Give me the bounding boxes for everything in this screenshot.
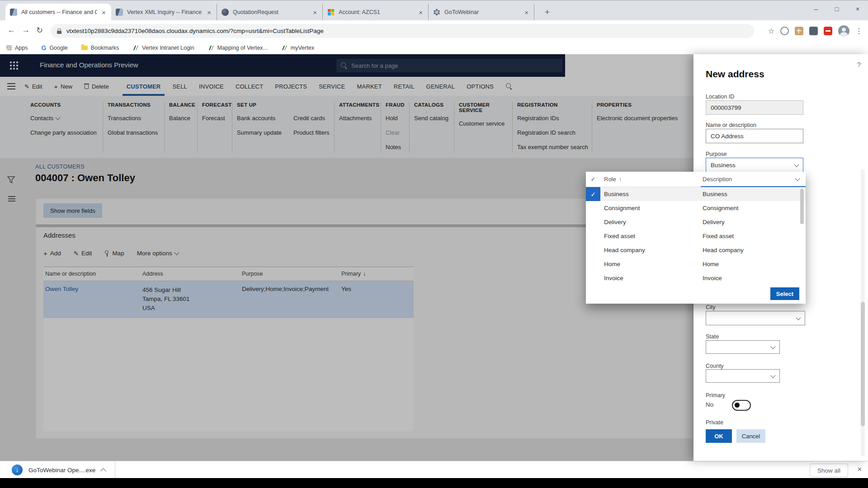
purpose-dropdown-flyout: ✓ Role ↑ Description ✓ Business Business… [586,172,806,304]
pdf-extension-icon[interactable] [824,27,832,35]
primary-label: Primary [706,392,725,399]
window-minimize-button[interactable]: – [806,0,826,18]
bookmark-folder[interactable]: Bookmarks [81,45,119,51]
unchecked-checkbox[interactable] [586,215,600,229]
vertex-icon [132,45,139,51]
unchecked-checkbox[interactable] [586,257,600,271]
location-id-label: Location ID [706,94,734,100]
url-text[interactable]: vtxtest10p2883c9dda23710e08daos.cloudax.… [66,28,324,34]
location-id-field: 000003799 [706,100,803,115]
role-column-header[interactable]: Role ↑ [600,176,701,183]
panel-scrollbar-thumb[interactable] [861,302,865,426]
new-tab-button[interactable]: + [545,7,550,17]
unchecked-checkbox[interactable] [586,243,600,257]
browser-tabstrip: All customers -- Finance and Ope × Verte… [0,0,868,21]
dropdown-option-business[interactable]: ✓ Business Business [586,187,806,201]
close-icon[interactable]: × [101,9,107,16]
dropdown-option-fixed-asset[interactable]: Fixed asset Fixed asset [586,229,806,243]
close-icon[interactable]: × [206,9,212,16]
unchecked-checkbox[interactable] [586,271,600,285]
vertex-icon [208,45,214,51]
unchecked-checkbox[interactable] [586,201,600,215]
extension-icon[interactable] [795,27,803,35]
ok-button[interactable]: OK [706,429,732,443]
forward-icon[interactable]: → [22,25,30,35]
microsoft-icon [327,9,335,16]
close-icon[interactable]: × [418,9,424,16]
download-bar: ↓ GoToWebinar Ope....exe Show all × [0,461,868,479]
chevron-down-icon [770,373,775,378]
dialog-title: New address [706,69,764,80]
checked-checkbox-icon[interactable]: ✓ [586,187,600,201]
extension-icon[interactable] [809,27,818,35]
close-icon[interactable]: × [524,9,529,16]
purpose-combo[interactable]: Business [706,158,803,172]
tab-title: Vertex XML Inquiry -- Finance an [127,9,202,15]
bookmark-star-icon[interactable]: ☆ [768,27,774,35]
taskbar-strip [0,478,868,488]
tab-title: All customers -- Finance and Ope [21,9,97,15]
select-button[interactable]: Select [770,287,799,300]
folder-icon [81,46,88,50]
download-filename: GoToWebinar Ope....exe [28,467,95,474]
city-combo[interactable] [706,311,805,325]
tab-quotation-request[interactable]: QuotationRequest × [217,4,323,21]
cancel-button[interactable]: Cancel [736,429,765,443]
tab-title: QuotationRequest [233,9,308,15]
bookmark-google[interactable]: G Google [42,44,68,52]
name-field[interactable]: CO Address [706,129,803,143]
sort-asc-icon: ↑ [619,176,622,183]
tab-title: GoToWebinar [444,9,519,15]
vertex-icon [281,45,288,51]
browser-navbar: ← → ↻ vtxtest10p2883c9dda23710e08daos.cl… [0,20,868,42]
description-column-header[interactable]: Description [701,176,806,183]
primary-value: No [706,401,713,408]
globe-icon [222,9,229,16]
unchecked-checkbox[interactable] [586,229,600,243]
close-download-bar-icon[interactable]: × [858,465,862,474]
bookmark-vertex-intranet[interactable]: Vertex Intranet Login [132,45,194,51]
bookmark-myvertex[interactable]: myVertex [281,45,314,51]
tab-title: Account: AZCS1 [339,9,414,15]
primary-toggle[interactable] [732,400,751,411]
reload-icon[interactable]: ↻ [36,25,43,35]
browser-menu-icon[interactable]: ⋮ [855,27,863,35]
address-bar[interactable]: vtxtest10p2883c9dda23710e08daos.cloudax.… [51,24,754,38]
county-combo[interactable] [706,369,780,383]
bookmarks-bar: Apps G Google Bookmarks Vertex Intranet … [0,42,868,54]
back-icon[interactable]: ← [7,25,15,35]
download-item[interactable]: ↓ GoToWebinar Ope....exe [12,461,115,479]
dropdown-option-consignment[interactable]: Consignment Consignment [586,201,806,215]
dropdown-scrollbar-thumb[interactable] [800,189,804,224]
dropdown-option-head-company[interactable]: Head company Head company [586,243,806,257]
dropdown-option-invoice[interactable]: Invoice Invoice [586,271,806,285]
download-icon: ↓ [12,465,23,475]
tab-account-azcs1[interactable]: Account: AZCS1 × [323,4,429,21]
purpose-label: Purpose [706,151,727,157]
county-label: County [706,363,724,369]
private-label: Private [706,419,723,426]
close-icon[interactable]: × [312,9,318,16]
state-combo[interactable] [706,340,780,354]
dynamics-icon [10,9,17,16]
chevron-up-icon[interactable] [100,468,106,474]
tab-gotowebinar[interactable]: GoToWebinar × [429,4,534,21]
tab-vertex-xml[interactable]: Vertex XML Inquiry -- Finance an × [111,4,217,21]
show-all-button[interactable]: Show all [810,464,848,477]
extension-icon[interactable] [780,27,789,35]
window-close-button[interactable]: × [847,0,868,18]
dropdown-option-home[interactable]: Home Home [586,257,806,271]
chevron-down-icon [795,176,800,181]
bookmark-apps[interactable]: Apps [6,45,28,51]
help-icon[interactable]: ? [857,61,861,68]
bookmark-mapping-vertex[interactable]: Mapping of Vertex... [208,45,268,51]
dropdown-option-delivery[interactable]: Delivery Delivery [586,215,806,229]
city-label: City [706,304,716,310]
dropdown-header-row: ✓ Role ↑ Description [586,172,806,187]
profile-avatar[interactable] [838,25,849,37]
chevron-down-icon [796,315,801,320]
toggle-knob [735,403,740,408]
tab-all-customers[interactable]: All customers -- Finance and Ope × [5,4,111,21]
chevron-down-icon [770,344,775,349]
window-maximize-button[interactable]: □ [826,0,847,18]
